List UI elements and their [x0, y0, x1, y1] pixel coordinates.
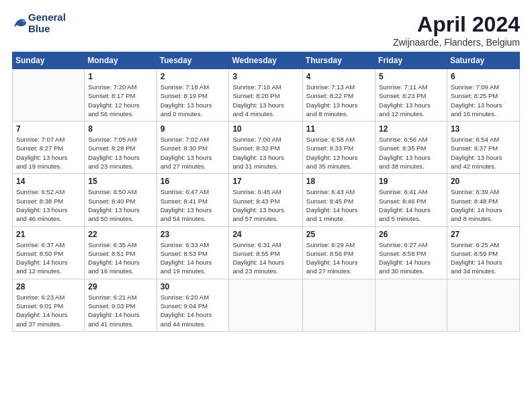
- title-block: April 2024 Zwijnaarde, Flanders, Belgium: [393, 12, 520, 48]
- day-number: 7: [16, 124, 81, 134]
- calendar-cell: 2Sunrise: 7:18 AMSunset: 8:19 PMDaylight…: [157, 69, 229, 122]
- calendar-header-wednesday: Wednesday: [229, 52, 302, 69]
- calendar-week-row: 7Sunrise: 7:07 AMSunset: 8:27 PMDaylight…: [13, 122, 520, 174]
- calendar-cell: 28Sunrise: 6:23 AMSunset: 9:01 PMDayligh…: [13, 279, 85, 331]
- day-info: Sunrise: 7:13 AMSunset: 8:22 PMDaylight:…: [306, 83, 371, 118]
- calendar-cell: 23Sunrise: 6:33 AMSunset: 8:53 PMDayligh…: [157, 226, 229, 279]
- calendar-cell: 6Sunrise: 7:09 AMSunset: 8:25 PMDaylight…: [447, 69, 519, 122]
- day-info: Sunrise: 6:37 AMSunset: 8:50 PMDaylight:…: [16, 240, 81, 276]
- day-number: 24: [232, 230, 298, 239]
- day-info: Sunrise: 7:18 AMSunset: 8:19 PMDaylight:…: [161, 83, 226, 118]
- calendar-cell: 7Sunrise: 7:07 AMSunset: 8:27 PMDaylight…: [13, 122, 85, 174]
- calendar-cell: 14Sunrise: 6:52 AMSunset: 8:38 PMDayligh…: [13, 174, 85, 226]
- calendar-cell: 24Sunrise: 6:31 AMSunset: 8:55 PMDayligh…: [229, 226, 302, 279]
- calendar-cell: 1Sunrise: 7:20 AMSunset: 8:17 PMDaylight…: [85, 69, 157, 122]
- calendar-cell: 25Sunrise: 6:29 AMSunset: 8:56 PMDayligh…: [302, 226, 375, 279]
- calendar-cell: 10Sunrise: 7:00 AMSunset: 8:32 PMDayligh…: [229, 122, 302, 174]
- day-info: Sunrise: 6:27 AMSunset: 8:58 PMDaylight:…: [379, 240, 443, 276]
- calendar-cell: 26Sunrise: 6:27 AMSunset: 8:58 PMDayligh…: [375, 226, 447, 279]
- calendar-cell: 22Sunrise: 6:35 AMSunset: 8:51 PMDayligh…: [85, 226, 157, 279]
- location: Zwijnaarde, Flanders, Belgium: [393, 37, 520, 48]
- day-info: Sunrise: 6:20 AMSunset: 9:04 PMDaylight:…: [161, 293, 226, 328]
- calendar-cell: 20Sunrise: 6:39 AMSunset: 8:48 PMDayligh…: [447, 174, 519, 226]
- calendar-header-row: SundayMondayTuesdayWednesdayThursdayFrid…: [13, 52, 520, 69]
- day-info: Sunrise: 6:25 AMSunset: 8:59 PMDaylight:…: [451, 240, 516, 276]
- day-number: 14: [16, 177, 81, 186]
- day-number: 30: [161, 282, 226, 291]
- day-info: Sunrise: 7:07 AMSunset: 8:27 PMDaylight:…: [16, 135, 81, 171]
- day-number: 5: [379, 72, 443, 81]
- day-number: 8: [88, 124, 152, 134]
- day-info: Sunrise: 7:20 AMSunset: 8:17 PMDaylight:…: [88, 83, 152, 118]
- day-number: 11: [306, 124, 371, 134]
- day-info: Sunrise: 6:52 AMSunset: 8:38 PMDaylight:…: [16, 187, 81, 223]
- calendar-header-monday: Monday: [85, 52, 157, 69]
- calendar-cell: 16Sunrise: 6:47 AMSunset: 8:41 PMDayligh…: [157, 174, 229, 226]
- day-info: Sunrise: 7:09 AMSunset: 8:25 PMDaylight:…: [451, 83, 516, 118]
- header: General Blue April 2024 Zwijnaarde, Flan…: [12, 12, 520, 48]
- calendar-cell: [302, 279, 375, 331]
- day-info: Sunrise: 6:58 AMSunset: 8:33 PMDaylight:…: [306, 135, 371, 171]
- day-number: 19: [379, 177, 443, 186]
- day-number: 18: [306, 177, 371, 186]
- day-info: Sunrise: 6:41 AMSunset: 8:46 PMDaylight:…: [379, 187, 443, 223]
- calendar-header-sunday: Sunday: [13, 52, 85, 69]
- day-info: Sunrise: 7:00 AMSunset: 8:32 PMDaylight:…: [232, 135, 298, 171]
- day-number: 15: [88, 177, 152, 186]
- calendar-week-row: 28Sunrise: 6:23 AMSunset: 9:01 PMDayligh…: [13, 279, 520, 331]
- day-number: 20: [451, 177, 516, 186]
- day-info: Sunrise: 7:11 AMSunset: 8:23 PMDaylight:…: [379, 83, 443, 118]
- day-info: Sunrise: 6:45 AMSunset: 8:43 PMDaylight:…: [232, 187, 298, 223]
- calendar-week-row: 14Sunrise: 6:52 AMSunset: 8:38 PMDayligh…: [13, 174, 520, 226]
- day-number: 28: [16, 282, 81, 291]
- day-number: 3: [232, 72, 298, 81]
- day-info: Sunrise: 6:35 AMSunset: 8:51 PMDaylight:…: [88, 240, 152, 276]
- day-number: 27: [451, 230, 516, 239]
- day-number: 13: [451, 124, 516, 134]
- calendar-cell: 9Sunrise: 7:02 AMSunset: 8:30 PMDaylight…: [157, 122, 229, 174]
- calendar-cell: 13Sunrise: 6:54 AMSunset: 8:37 PMDayligh…: [447, 122, 519, 174]
- day-info: Sunrise: 6:33 AMSunset: 8:53 PMDaylight:…: [161, 240, 226, 276]
- day-number: 21: [16, 230, 81, 239]
- day-number: 22: [88, 230, 152, 239]
- day-info: Sunrise: 6:43 AMSunset: 8:45 PMDaylight:…: [306, 187, 371, 223]
- calendar-cell: 21Sunrise: 6:37 AMSunset: 8:50 PMDayligh…: [13, 226, 85, 279]
- day-number: 10: [232, 124, 298, 134]
- day-number: 9: [161, 124, 226, 134]
- day-info: Sunrise: 6:54 AMSunset: 8:37 PMDaylight:…: [451, 135, 516, 171]
- day-number: 23: [161, 230, 226, 239]
- day-number: 17: [232, 177, 298, 186]
- calendar-header-tuesday: Tuesday: [157, 52, 229, 69]
- day-info: Sunrise: 6:56 AMSunset: 8:35 PMDaylight:…: [379, 135, 443, 171]
- calendar-cell: 17Sunrise: 6:45 AMSunset: 8:43 PMDayligh…: [229, 174, 302, 226]
- day-number: 4: [306, 72, 371, 81]
- day-info: Sunrise: 6:23 AMSunset: 9:01 PMDaylight:…: [16, 293, 81, 328]
- day-number: 26: [379, 230, 443, 239]
- logo-text: General Blue: [28, 12, 66, 34]
- calendar-cell: [229, 279, 302, 331]
- calendar-cell: 29Sunrise: 6:21 AMSunset: 9:03 PMDayligh…: [85, 279, 157, 331]
- day-info: Sunrise: 6:21 AMSunset: 9:03 PMDaylight:…: [88, 293, 152, 328]
- day-number: 2: [161, 72, 226, 81]
- day-number: 1: [88, 72, 152, 81]
- calendar-cell: [13, 69, 85, 122]
- day-info: Sunrise: 6:31 AMSunset: 8:55 PMDaylight:…: [232, 240, 298, 276]
- calendar-cell: 30Sunrise: 6:20 AMSunset: 9:04 PMDayligh…: [157, 279, 229, 331]
- month-title: April 2024: [393, 12, 520, 37]
- calendar-cell: 15Sunrise: 6:50 AMSunset: 8:40 PMDayligh…: [85, 174, 157, 226]
- logo-icon: [12, 16, 27, 31]
- calendar-cell: 5Sunrise: 7:11 AMSunset: 8:23 PMDaylight…: [375, 69, 447, 122]
- calendar-cell: 3Sunrise: 7:16 AMSunset: 8:20 PMDaylight…: [229, 69, 302, 122]
- day-info: Sunrise: 6:29 AMSunset: 8:56 PMDaylight:…: [306, 240, 371, 276]
- day-number: 6: [451, 72, 516, 81]
- calendar-week-row: 21Sunrise: 6:37 AMSunset: 8:50 PMDayligh…: [13, 226, 520, 279]
- calendar-cell: 12Sunrise: 6:56 AMSunset: 8:35 PMDayligh…: [375, 122, 447, 174]
- calendar-cell: 27Sunrise: 6:25 AMSunset: 8:59 PMDayligh…: [447, 226, 519, 279]
- logo: General Blue: [12, 12, 66, 34]
- day-info: Sunrise: 7:05 AMSunset: 8:28 PMDaylight:…: [88, 135, 152, 171]
- calendar-cell: 18Sunrise: 6:43 AMSunset: 8:45 PMDayligh…: [302, 174, 375, 226]
- day-number: 29: [88, 282, 152, 291]
- page: General Blue April 2024 Zwijnaarde, Flan…: [0, 0, 532, 411]
- day-number: 12: [379, 124, 443, 134]
- day-info: Sunrise: 6:50 AMSunset: 8:40 PMDaylight:…: [88, 187, 152, 223]
